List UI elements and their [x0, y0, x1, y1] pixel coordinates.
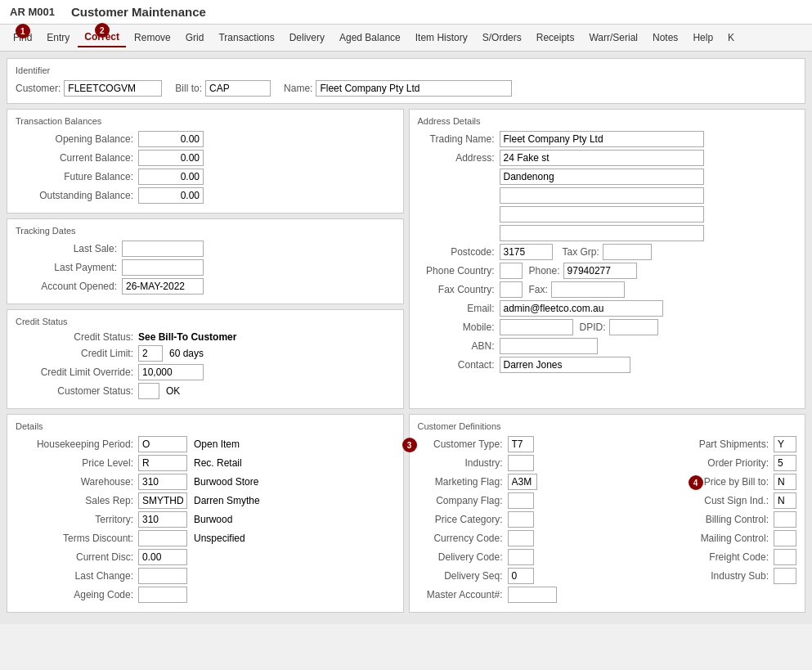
detail-val2-4: Burwood	[194, 514, 232, 525]
last-sale-row: Last Sale:	[16, 241, 395, 257]
taxgrp-input[interactable]	[603, 244, 652, 260]
balance-value-3[interactable]	[138, 187, 204, 204]
last-payment-row: Last Payment:	[16, 259, 395, 276]
bill-to-input[interactable]	[205, 80, 271, 97]
trading-name-input[interactable]	[500, 131, 704, 147]
account-opened-input[interactable]	[122, 278, 204, 295]
tracking-dates-label: Tracking Dates	[16, 226, 395, 236]
detail-val1-2[interactable]	[138, 474, 187, 490]
cust-type-label: Customer Type:	[418, 438, 508, 450]
balance-value-0[interactable]	[138, 131, 204, 147]
detail-val1-0[interactable]	[138, 436, 187, 452]
clo-input[interactable]	[138, 364, 204, 380]
company-flag-row: Company Flag: Cust Sign Ind.:	[418, 492, 797, 509]
postcode-input[interactable]	[500, 244, 553, 260]
address-line2-input[interactable]	[500, 169, 704, 185]
delivery-code-input[interactable]	[508, 549, 534, 565]
detail-val2-2: Burwood Store	[194, 476, 258, 488]
address-line4-input[interactable]	[500, 206, 704, 223]
industry-row: Industry: Order Priority:	[418, 455, 797, 471]
address-line3-input[interactable]	[500, 187, 704, 204]
detail-val1-4[interactable]	[138, 511, 187, 528]
detail-val1-8[interactable]	[138, 587, 187, 603]
menu-item-transactions[interactable]: Transactions	[212, 29, 280, 47]
abn-row: ABN:	[418, 338, 797, 354]
menu-item-warr-serial[interactable]: Warr/Serial	[582, 29, 644, 47]
details-section: Details Housekeeping Period:Open ItemPri…	[7, 414, 404, 613]
bill-to-label: Bill to:	[175, 83, 202, 94]
balance-value-1[interactable]	[138, 150, 204, 166]
phone-country-input[interactable]	[500, 263, 523, 279]
menu-item-item-history[interactable]: Item History	[409, 29, 474, 47]
last-payment-input[interactable]	[122, 259, 204, 276]
menu-item-receipts[interactable]: Receipts	[530, 29, 581, 47]
identifier-section: Identifier Customer: Bill to: Name:	[7, 58, 805, 104]
menu-item-entry[interactable]: Entry	[40, 29, 76, 47]
detail-val1-1[interactable]	[138, 455, 187, 471]
detail-val1-5[interactable]	[138, 530, 187, 546]
address-line5-input[interactable]	[500, 225, 704, 241]
balance-value-2[interactable]	[138, 169, 204, 185]
delivery-seq-label: Delivery Seq:	[418, 570, 508, 582]
price-category-input[interactable]	[508, 511, 534, 528]
price-by-bill-to-input[interactable]	[774, 474, 796, 490]
billing-control-label: Billing Control:	[706, 514, 774, 525]
phone-country-row: Phone Country: Phone:	[418, 263, 797, 279]
menu-item-grid[interactable]: Grid	[179, 29, 211, 47]
billing-control-input[interactable]	[774, 511, 796, 528]
detail-val1-3[interactable]	[138, 492, 187, 509]
menu-item-delivery[interactable]: Delivery	[283, 29, 331, 47]
cust-type-input[interactable]	[508, 436, 534, 452]
cust-status-box[interactable]	[138, 383, 159, 399]
fax-country-input[interactable]	[500, 281, 523, 298]
menu-item-label-item-history: Item History	[415, 32, 468, 43]
abn-input[interactable]	[500, 338, 598, 354]
menu-item-find[interactable]: 1Find	[7, 29, 38, 47]
delivery-seq-input[interactable]	[508, 568, 534, 584]
cl-input[interactable]	[138, 345, 163, 362]
detail-val1-7[interactable]	[138, 568, 187, 584]
menu-item-notes[interactable]: Notes	[646, 29, 684, 47]
menu-item-remove[interactable]: Remove	[128, 29, 177, 47]
menu-item-help[interactable]: Help	[686, 29, 720, 47]
customer-input[interactable]	[64, 80, 162, 97]
dpid-input[interactable]	[609, 319, 658, 335]
phone-input[interactable]	[563, 263, 637, 279]
industry-sub-input[interactable]	[774, 568, 796, 584]
cust-sign-ind-input[interactable]	[774, 492, 796, 509]
menu-item-label-delivery: Delivery	[289, 32, 325, 43]
fax-input[interactable]	[551, 281, 625, 298]
clo-label: Credit Limit Override:	[16, 366, 138, 378]
part-shipments-input[interactable]	[774, 436, 796, 452]
currency-code-input[interactable]	[508, 530, 534, 546]
menu-item-correct[interactable]: 2Correct	[78, 28, 126, 47]
last-sale-input[interactable]	[122, 241, 204, 257]
company-flag-input[interactable]	[508, 492, 534, 509]
menu-item-s-orders[interactable]: S/Orders	[476, 29, 528, 47]
address-line1-input[interactable]	[500, 150, 704, 166]
menu-item-k[interactable]: K	[721, 29, 741, 47]
cs-value: See Bill-To Customer	[138, 331, 236, 343]
mailing-control-input[interactable]	[774, 530, 796, 546]
mobile-input[interactable]	[500, 319, 573, 335]
identifier-row: Customer: Bill to: Name:	[16, 80, 796, 97]
menu-item-aged-balance[interactable]: Aged Balance	[333, 29, 407, 47]
balance-row-0: Opening Balance:	[16, 131, 395, 147]
trading-name-row: Trading Name:	[418, 131, 797, 147]
details-label: Details	[16, 421, 395, 431]
email-input[interactable]	[500, 300, 663, 317]
customer-field-group: Customer:	[16, 80, 162, 97]
marketing-flag-input[interactable]	[508, 474, 537, 490]
menu-item-label-s-orders: S/Orders	[482, 32, 522, 43]
freight-code-input[interactable]	[774, 549, 796, 565]
industry-input[interactable]	[508, 455, 534, 471]
title-bar: AR M001 Customer Maintenance	[0, 0, 812, 25]
contact-input[interactable]	[500, 357, 630, 373]
app-title: Customer Maintenance	[71, 5, 206, 19]
order-priority-input[interactable]	[774, 455, 796, 471]
master-account-input[interactable]	[508, 587, 557, 603]
detail-val1-6[interactable]	[138, 549, 187, 565]
industry-sub-label: Industry Sub:	[711, 570, 774, 582]
master-account-label: Master Account#:	[418, 589, 508, 600]
name-input[interactable]	[316, 80, 512, 97]
